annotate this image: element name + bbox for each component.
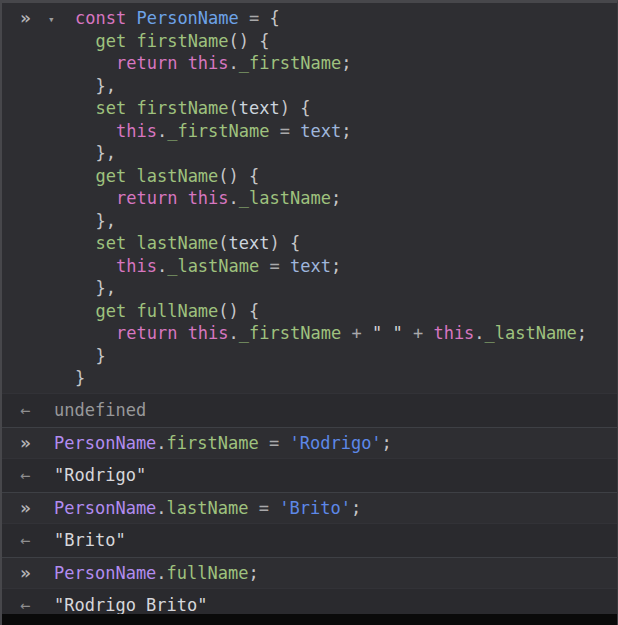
code-line: }, [75, 75, 617, 98]
code-token-punct [269, 498, 279, 518]
code-line: } [75, 367, 617, 390]
code-token-punct [249, 498, 259, 518]
code-token-operator: = [280, 121, 290, 141]
console-result-value: undefined [54, 400, 617, 420]
prompt-icon: » [2, 433, 54, 453]
code-token-param: text [229, 233, 270, 253]
code-token-punct [75, 98, 95, 118]
prompt-icon: » [2, 563, 54, 583]
code-token-punct: ( [218, 233, 228, 253]
code-token-punct: } [75, 346, 106, 366]
console-result-row: ←"Brito" [2, 523, 617, 557]
console-result-row: ←undefined [2, 393, 617, 427]
code-token-punct [126, 233, 136, 253]
code-token-property: fullName [136, 301, 218, 321]
code-token-keyword: this [116, 256, 157, 276]
code-token-punct [290, 121, 300, 141]
code-token-punct: ; [249, 563, 259, 583]
code-token-punct: ( [229, 98, 239, 118]
devtools-console-output[interactable]: »▾const PersonName = { get firstName() {… [0, 0, 618, 625]
code-token-punct: . [156, 563, 166, 583]
console-input-row: »▾const PersonName = { get firstName() {… [2, 3, 617, 393]
code-token-punct [177, 53, 187, 73]
console-input-row: »PersonName.lastName = 'Brito'; [2, 492, 617, 523]
code-token-property: lastName [167, 498, 249, 518]
code-token-punct [75, 188, 116, 208]
code-token-property: _firstName [239, 53, 341, 73]
code-token-punct: . [156, 498, 166, 518]
code-token-property: _firstName [239, 323, 341, 343]
code-token-punct [75, 166, 95, 186]
code-token-keyword: this [188, 188, 229, 208]
code-line: const PersonName = { [75, 7, 617, 30]
disclosure-triangle-icon[interactable]: ▾ [48, 7, 75, 30]
code-token-punct: ; [331, 256, 341, 276]
code-line: return this._firstName + " " + this._las… [75, 322, 617, 345]
code-token-punct [126, 31, 136, 51]
code-token-punct: }, [75, 76, 116, 96]
code-token-keyword: return [116, 53, 177, 73]
code-token-punct [75, 31, 95, 51]
code-line: PersonName.lastName = 'Brito'; [54, 498, 617, 518]
code-token-punct: () { [218, 166, 259, 186]
code-token-punct [259, 8, 269, 28]
code-token-punct [75, 53, 116, 73]
code-token-keyword: this [116, 121, 157, 141]
code-token-property: get [95, 166, 126, 186]
code-token-operator: = [249, 8, 259, 28]
code-token-punct [423, 323, 433, 343]
code-token-punct [362, 323, 372, 343]
code-token-punct [75, 121, 116, 141]
code-token-punct: } [75, 368, 85, 388]
result-arrow-icon: ← [2, 530, 54, 550]
code-token-keyword: const [75, 8, 126, 28]
code-line: this._firstName = text; [75, 120, 617, 143]
code-token-punct [341, 323, 351, 343]
code-token-operator: = [259, 498, 269, 518]
code-token-property: _firstName [167, 121, 269, 141]
code-token-undefined: undefined [54, 400, 146, 420]
console-result-value: "Rodrigo" [54, 465, 617, 485]
code-token-punct: () { [218, 301, 259, 321]
result-arrow-icon: ← [2, 400, 54, 420]
code-token-property: set [95, 233, 126, 253]
code-token-operator: + [413, 323, 423, 343]
code-token-punct: ; [382, 433, 392, 453]
code-token-property: fullName [167, 563, 249, 583]
code-token-punct [126, 166, 136, 186]
code-token-punct: ) { [270, 233, 301, 253]
code-token-param: text [239, 98, 280, 118]
code-token-keyword: return [116, 323, 177, 343]
code-token-punct: }, [75, 143, 116, 163]
code-token-operator: + [351, 323, 361, 343]
code-token-punct [259, 256, 269, 276]
code-token-punct: ; [341, 53, 351, 73]
console-command: PersonName.firstName = 'Rodrigo'; [54, 433, 617, 453]
code-token-param_ref: text [290, 256, 331, 276]
code-token-property: lastName [136, 233, 218, 253]
code-token-punct: }, [75, 278, 116, 298]
code-token-punct [280, 256, 290, 276]
result-arrow-icon: ← [2, 595, 54, 615]
code-token-string_input: 'Brito' [279, 498, 351, 518]
code-line: undefined [54, 400, 617, 420]
code-token-string_input: 'Rodrigo' [289, 433, 381, 453]
code-token-punct: . [157, 256, 167, 276]
code-token-param_ref: text [300, 121, 341, 141]
console-result-row: ←"Rodrigo" [2, 458, 617, 492]
code-token-punct [75, 323, 116, 343]
code-token-punct: . [229, 188, 239, 208]
console-result-value: "Rodrigo Brito" [54, 595, 617, 615]
code-token-punct [177, 323, 187, 343]
code-line: get firstName() { [75, 30, 617, 53]
code-token-punct: ) { [280, 98, 311, 118]
code-line: return this._firstName; [75, 52, 617, 75]
console-input-row: »PersonName.firstName = 'Rodrigo'; [2, 427, 617, 458]
console-messages: »▾const PersonName = { get firstName() {… [2, 3, 617, 622]
code-token-variable_ref: PersonName [54, 498, 156, 518]
code-line: "Brito" [54, 530, 617, 550]
code-line: }, [75, 210, 617, 233]
code-token-punct: ; [341, 121, 351, 141]
code-token-property: get [95, 301, 126, 321]
code-line: "Rodrigo Brito" [54, 595, 617, 615]
